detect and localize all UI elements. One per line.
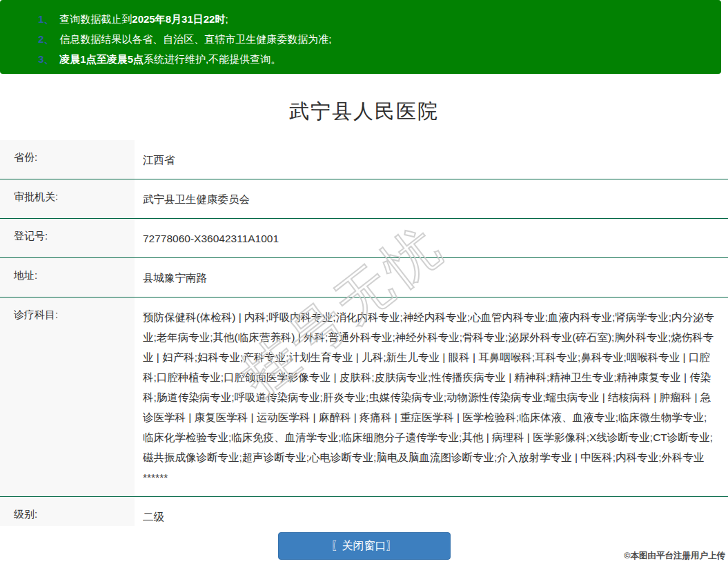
notice-item-3: 3、凌晨1点至凌晨5点系统进行维护,不能提供查询。 — [38, 49, 714, 69]
row-value-departments: 预防保健科(体检科) | 内科;呼吸内科专业;消化内科专业;神经内科专业;心血管… — [135, 295, 728, 496]
row-label-address: 地址: — [0, 258, 135, 297]
table-row-registration-number: 登记号: 72778060-X36042311A1001 — [0, 219, 728, 258]
notice-post-1: ; — [225, 13, 228, 25]
notice-bold-3: 凌晨1点至凌晨5点 — [59, 53, 144, 65]
row-value-address: 县城豫宁南路 — [135, 255, 728, 297]
notice-item-1: 1、查询数据截止到2025年8月31日22时; — [38, 9, 714, 29]
row-label-registration-number: 登记号: — [0, 219, 135, 257]
notice-bold-1: 2025年8月31日22时 — [132, 13, 225, 25]
row-value-registration-number: 72778060-X36042311A1001 — [135, 216, 728, 257]
row-label-province: 省份: — [0, 140, 135, 179]
row-value-approval-authority: 武宁县卫生健康委员会 — [135, 177, 728, 218]
table-row-departments: 诊疗科目: 预防保健科(体检科) | 内科;呼吸内科专业;消化内科专业;神经内科… — [0, 297, 728, 497]
table-row-address: 地址: 县城豫宁南路 — [0, 258, 728, 297]
notice-text-1: 查询数据截止到 — [59, 13, 132, 25]
row-label-departments: 诊疗科目: — [0, 297, 135, 496]
notice-post-3: 系统进行维护,不能提供查询。 — [144, 53, 281, 65]
close-window-button[interactable]: 〖关闭窗口〗 — [278, 532, 451, 560]
footer-bar: 〖关闭窗口〗 — [0, 526, 728, 566]
table-row-province: 省份: 江西省 — [0, 140, 728, 179]
row-label-approval-authority: 审批机关: — [0, 179, 135, 218]
notice-number-1: 1、 — [38, 13, 54, 25]
notice-text-2: 信息数据结果以各省、自治区、直辖市卫生健康委数据为准; — [59, 33, 331, 45]
hospital-info-table: 省份: 江西省 审批机关: 武宁县卫生健康委员会 登记号: 72778060-X… — [0, 140, 728, 566]
notice-number-2: 2、 — [38, 33, 54, 45]
table-row-approval-authority: 审批机关: 武宁县卫生健康委员会 — [0, 179, 728, 219]
page-title: 武宁县人民医院 — [0, 98, 728, 126]
notice-banner: 1、查询数据截止到2025年8月31日22时; 2、信息数据结果以各省、自治区、… — [0, 0, 721, 74]
notice-item-2: 2、信息数据结果以各省、自治区、直辖市卫生健康委数据为准; — [38, 29, 714, 49]
row-value-province: 江西省 — [135, 137, 728, 179]
notice-number-3: 3、 — [38, 53, 54, 65]
